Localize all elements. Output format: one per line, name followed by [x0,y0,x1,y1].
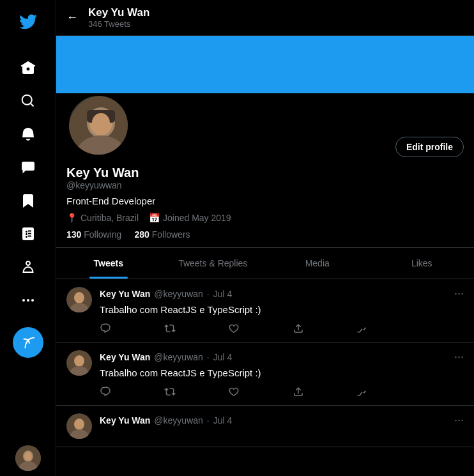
svg-point-11 [74,292,84,303]
tweet-2: Key Yu Wan @keyyuwan · Jul 4 ··· Trabalh… [56,342,474,406]
profile-bio: Front-End Developer [66,196,464,206]
tweet-3-date: Jul 4 [213,415,233,426]
calendar-icon: 📅 [149,213,160,223]
location-icon: 📍 [66,213,77,223]
tweet-1-body: Key Yu Wan @keyyuwan · Jul 4 ··· Trabalh… [100,287,464,334]
sidebar-item-search[interactable] [13,86,43,116]
tweet-3-meta: Key Yu Wan @keyyuwan · Jul 4 ··· [100,413,464,427]
sidebar-item-more[interactable] [13,285,43,316]
tweet-1-analytics[interactable] [356,323,368,334]
tweet-1-handle: @keyyuwan [154,289,203,299]
following-stat[interactable]: 130 Following [66,229,121,240]
tweet-2-handle: @keyyuwan [154,352,203,362]
tab-tweets-replies[interactable]: Tweets & Replies [161,248,266,279]
tweet-2-name: Key Yu Wan [100,352,150,362]
avatar-row: Edit profile [66,93,464,157]
profile-avatar [66,93,130,157]
tweet-1-text: Trabalho com ReactJS e TypeScript :) [100,303,464,316]
tab-tweets[interactable]: Tweets [56,248,161,279]
sidebar-item-home[interactable] [13,52,43,83]
tab-likes[interactable]: Likes [370,248,475,279]
svg-point-3 [24,452,32,461]
profile-username: @keyyuwwan [66,180,464,190]
followers-count: 280 [134,229,149,240]
header-tweet-count: 346 Tweets [88,19,149,29]
twitter-logo[interactable] [11,5,45,41]
profile-location: 📍 Curitiba, Brazil [66,213,139,223]
profile-joined: 📅 Joined May 2019 [149,213,231,223]
sidebar-item-lists[interactable] [13,219,43,249]
tweet-3: Key Yu Wan @keyyuwan · Jul 4 ··· [56,406,474,447]
tweet-3-body: Key Yu Wan @keyyuwan · Jul 4 ··· [100,413,464,439]
tweet-1-actions [100,323,368,334]
profile-stats: 130 Following 280 Followers [66,229,464,240]
tweet-2-retweet[interactable] [164,386,176,397]
tweet-1-meta: Key Yu Wan @keyyuwan · Jul 4 ··· [100,287,464,300]
tweet-2-avatar [66,350,92,376]
tweet-2-meta: Key Yu Wan @keyyuwan · Jul 4 ··· [100,350,464,364]
profile-tabs: Tweets Tweets & Replies Media Likes [56,248,474,279]
following-count: 130 [66,229,81,240]
tweet-2-actions [100,386,368,397]
tweet-2-share[interactable] [293,386,304,397]
tweet-2-reply[interactable] [100,386,111,397]
svg-point-9 [92,113,110,132]
profile-section: Edit profile Key Yu Wan @keyyuwwan Front… [56,93,474,248]
tweet-1-avatar [66,287,92,312]
sidebar-item-profile[interactable] [13,252,43,282]
user-avatar-sidebar[interactable] [15,445,41,471]
tweet-2-more-button[interactable]: ··· [454,350,464,364]
following-label: Following [84,229,121,240]
tweet-3-handle: @keyyuwan [154,415,203,426]
tweet-3-avatar [66,413,92,439]
followers-label: Followers [152,229,190,240]
sidebar [0,0,56,476]
tweet-2-like[interactable] [228,386,240,397]
tweet-3-more-button[interactable]: ··· [454,413,464,427]
profile-header: ← Key Yu Wan 346 Tweets [56,0,474,36]
tweet-1-share[interactable] [293,323,304,334]
sidebar-item-messages[interactable] [13,152,43,183]
header-info: Key Yu Wan 346 Tweets [88,6,149,29]
profile-display-name: Key Yu Wan [66,165,464,180]
compose-button[interactable] [13,327,43,358]
tweet-3-name: Key Yu Wan [100,415,150,426]
svg-point-14 [74,355,84,367]
location-text: Curitiba, Brazil [80,213,139,223]
main-content: ← Key Yu Wan 346 Tweets Edit profile Key… [56,0,474,476]
tweet-1-more-button[interactable]: ··· [454,287,464,300]
sidebar-item-notifications[interactable] [13,119,43,150]
sidebar-item-bookmarks[interactable] [13,185,43,216]
followers-stat[interactable]: 280 Followers [134,229,190,240]
tweet-1-retweet[interactable] [164,323,176,334]
tweet-1-reply[interactable] [100,323,111,334]
tweet-2-body: Key Yu Wan @keyyuwan · Jul 4 ··· Trabalh… [100,350,464,397]
tweet-1-name: Key Yu Wan [100,289,150,299]
back-button[interactable]: ← [66,11,78,24]
joined-text: Joined May 2019 [163,213,231,223]
tweet-1: Key Yu Wan @keyyuwan · Jul 4 ··· Trabalh… [56,279,474,342]
profile-meta: 📍 Curitiba, Brazil 📅 Joined May 2019 [66,213,464,223]
tweet-2-text: Trabalho com ReactJS e TypeScript :) [100,366,464,380]
tweet-2-date: Jul 4 [213,352,233,362]
tab-media[interactable]: Media [265,248,370,279]
header-display-name: Key Yu Wan [88,6,149,19]
tweet-1-like[interactable] [228,323,240,334]
edit-profile-button[interactable]: Edit profile [395,137,464,157]
tweet-1-date: Jul 4 [213,289,233,299]
tweet-2-analytics[interactable] [356,386,368,397]
svg-point-17 [74,418,84,430]
